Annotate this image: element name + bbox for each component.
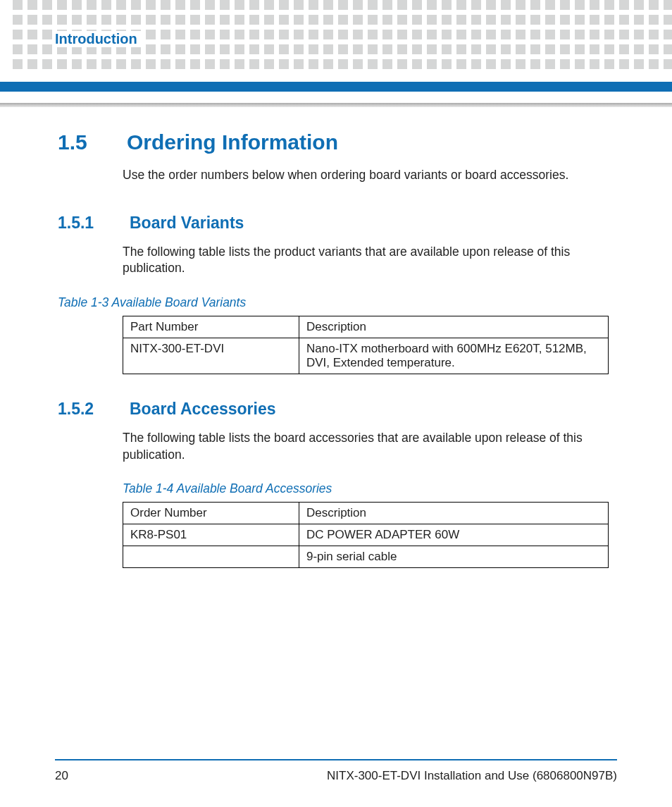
table-row: KR8-PS01 DC POWER ADAPTER 60W [123, 524, 609, 546]
table-header-cell: Order Number [123, 503, 299, 524]
section-number: 1.5 [58, 130, 93, 154]
grey-gradient-line [0, 103, 672, 107]
subsection-body-2: The following table lists the board acce… [123, 430, 614, 463]
board-accessories-table: Order Number Description KR8-PS01 DC POW… [123, 502, 609, 568]
table-cell: KR8-PS01 [123, 524, 299, 546]
table-cell: Nano-ITX motherboard with 600MHz E620T, … [299, 338, 609, 374]
subsection-number-2: 1.5.2 [58, 400, 100, 419]
subsection-body-1: The following table lists the product va… [123, 244, 614, 277]
board-variants-table: Part Number Description NITX-300-ET-DVI … [123, 316, 609, 374]
page-footer: 20 NITX-300-ET-DVI Installation and Use … [55, 769, 617, 783]
subsection-heading-1: 1.5.1 Board Variants [58, 214, 614, 233]
subsection-title-2: Board Accessories [130, 400, 276, 419]
subsection-heading-2: 1.5.2 Board Accessories [58, 400, 614, 419]
chapter-label: Introduction [55, 31, 142, 47]
footer-rule [55, 759, 617, 760]
table-header-row: Order Number Description [123, 503, 609, 524]
section-heading: 1.5 Ordering Information [58, 130, 614, 154]
footer-doc-title: NITX-300-ET-DVI Installation and Use (68… [327, 769, 617, 783]
table-row: 9-pin serial cable [123, 546, 609, 568]
page-number: 20 [55, 769, 68, 783]
section-title: Ordering Information [127, 130, 338, 154]
table-caption-1: Table 1-3 Available Board Variants [58, 295, 614, 310]
table-header-cell: Description [299, 316, 609, 338]
section-intro: Use the order numbers below when orderin… [123, 167, 614, 184]
table-cell: NITX-300-ET-DVI [123, 338, 299, 374]
blue-divider-bar [0, 82, 672, 92]
table-cell: DC POWER ADAPTER 60W [299, 524, 609, 546]
table-caption-2: Table 1-4 Available Board Accessories [123, 481, 614, 496]
subsection-number-1: 1.5.1 [58, 214, 100, 233]
table-cell: 9-pin serial cable [299, 546, 609, 568]
table-cell [123, 546, 299, 568]
table-header-cell: Part Number [123, 316, 299, 338]
subsection-title-1: Board Variants [130, 214, 244, 233]
table-row: NITX-300-ET-DVI Nano-ITX motherboard wit… [123, 338, 609, 374]
table-header-row: Part Number Description [123, 316, 609, 338]
table-header-cell: Description [299, 503, 609, 524]
